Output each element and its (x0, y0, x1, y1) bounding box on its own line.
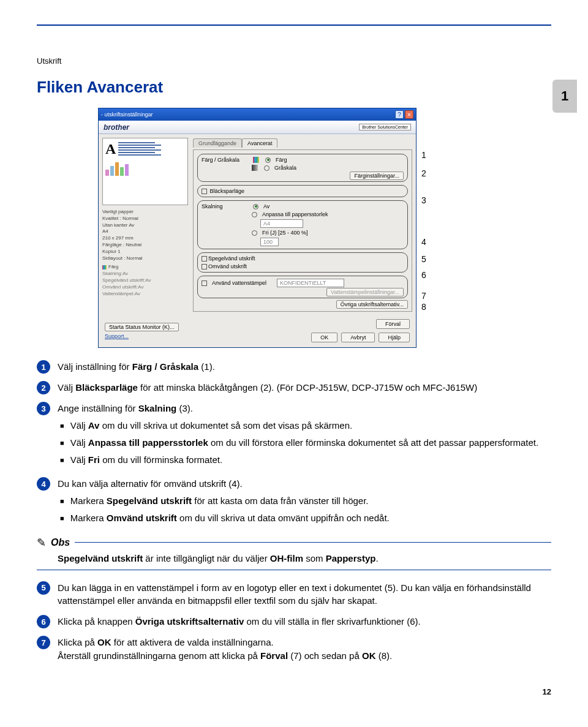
step-bubble: 2 (37, 381, 50, 394)
callout-8: 8 (421, 303, 426, 311)
step-7: 7 Klicka på OK för att aktivera de valda… (37, 636, 551, 663)
note-body: Spegelvänd utskrift är inte tillgängligt… (37, 552, 551, 570)
instruction-list: 1 Välj inställning för Färg / Gråskala (… (37, 360, 551, 662)
settings-summary: Vanligt papper Kvalitet : Normal Utan ka… (102, 209, 188, 297)
callout-2: 2 (421, 169, 426, 178)
step-bubble: 5 (37, 581, 50, 595)
page-preview: A (102, 138, 188, 205)
other-print-options-button[interactable]: Övriga utskriftsalternativ... (336, 300, 408, 309)
step-6: 6 Klicka på knappen Övriga utskriftsalte… (37, 615, 551, 628)
solutions-center-link[interactable]: Brother SolutionsCenter (359, 124, 411, 130)
tab-panel-advanced: Färg / Gråskala Färg Gråskala Färginstäl… (193, 149, 412, 312)
brand-bar: brother Brother SolutionsCenter (99, 121, 416, 134)
group-ink-save: Bläcksparläge (197, 185, 408, 197)
step-bubble: 7 (37, 636, 50, 649)
dialog-left-pane: A (102, 138, 188, 312)
top-rule (37, 24, 551, 26)
help-icon[interactable]: ? (395, 110, 404, 119)
cancel-button[interactable]: Avbryt (341, 333, 375, 342)
radio-grayscale[interactable] (264, 165, 270, 171)
checkbox-inksave[interactable] (202, 189, 207, 194)
dialog-tabs: Grundläggande Avancerat (193, 138, 412, 147)
step-1: 1 Välj inställning för Färg / Gråskala (… (37, 360, 551, 374)
support-link[interactable]: Support... (105, 333, 179, 339)
brother-logo: brother (104, 123, 129, 132)
checkbox-reverse[interactable] (202, 264, 207, 269)
step-2: 2 Välj Bläcksparläge för att minska bläc… (37, 381, 551, 394)
step-3: 3 Ange inställning för Skalning (3). Väl… (37, 402, 551, 470)
step-4: 4 Du kan välja alternativ för omvänd uts… (37, 477, 551, 528)
ok-button[interactable]: OK (311, 333, 337, 342)
callout-1: 1 (421, 151, 426, 159)
watermark-settings-button[interactable]: Vattenstämpelinställningar... (326, 288, 404, 296)
step-bubble: 1 (37, 360, 50, 374)
step-bubble: 6 (37, 615, 50, 628)
tab-advanced[interactable]: Avancerat (242, 138, 277, 148)
callout-7: 7 (421, 292, 426, 300)
figure-callouts: 1 2 3 4 5 6 7 8 (421, 108, 426, 311)
note-label: Obs (51, 537, 70, 548)
status-monitor-button[interactable]: Starta Status Monitor (K)... (105, 323, 179, 331)
combo-watermark[interactable]: KONFIDENTIELLT (277, 279, 344, 287)
close-icon[interactable]: × (405, 110, 413, 119)
step-5: 5 Du kan lägga in en vattenstämpel i for… (37, 581, 551, 608)
help-button[interactable]: Hjälp (379, 333, 410, 342)
group-scaling: Skalning Av Anpassa till pappersstorlek … (197, 200, 408, 249)
callout-4: 4 (421, 238, 426, 246)
checkbox-watermark[interactable] (202, 281, 207, 286)
combo-paper-size[interactable]: A4 (260, 219, 303, 228)
radio-color[interactable] (265, 157, 271, 163)
group-color: Färg / Gråskala Färg Gråskala Färginstäl… (197, 154, 408, 182)
note-box: ✎ Obs Spegelvänd utskrift är inte tillgä… (37, 536, 551, 570)
callout-5: 5 (421, 255, 426, 263)
checkbox-mirror[interactable] (202, 256, 207, 262)
callout-3: 3 (421, 196, 426, 205)
scale-percent-input[interactable]: 100 (260, 238, 279, 246)
side-chapter-tab: 1 (552, 80, 577, 113)
step-bubble: 4 (37, 477, 50, 491)
group-watermark: Använd vattenstämpel KONFIDENTIELLT Vatt… (197, 276, 408, 298)
radio-scale-free[interactable] (252, 230, 257, 236)
dialog-title: - utskriftsinställningar (101, 111, 153, 118)
page-title: Fliken Avancerat (37, 78, 551, 97)
radio-scale-fit[interactable] (252, 212, 257, 217)
tab-basic[interactable]: Grundläggande (193, 138, 242, 148)
dialog-figure: - utskriftsinställningar ? × brother Bro… (98, 108, 551, 348)
section-label: Utskrift (37, 56, 551, 66)
callout-6: 6 (421, 271, 426, 279)
color-settings-button[interactable]: Färginställningar... (350, 171, 404, 180)
page-number: 12 (37, 687, 551, 696)
note-icon: ✎ (37, 536, 46, 549)
group-reverse: Spegelvänd utskrift Omvänd utskrift (197, 252, 408, 273)
dialog-right-pane: Grundläggande Avancerat Färg / Gråskala … (193, 138, 412, 312)
dialog-titlebar: - utskriftsinställningar ? × (99, 108, 416, 121)
dialog-bottom-row: Starta Status Monitor (K)... Support... … (99, 315, 416, 347)
default-button[interactable]: Förval (376, 319, 410, 329)
radio-scale-off[interactable] (253, 204, 258, 209)
step-bubble: 3 (37, 402, 50, 415)
print-dialog: - utskriftsinställningar ? × brother Bro… (98, 108, 417, 348)
